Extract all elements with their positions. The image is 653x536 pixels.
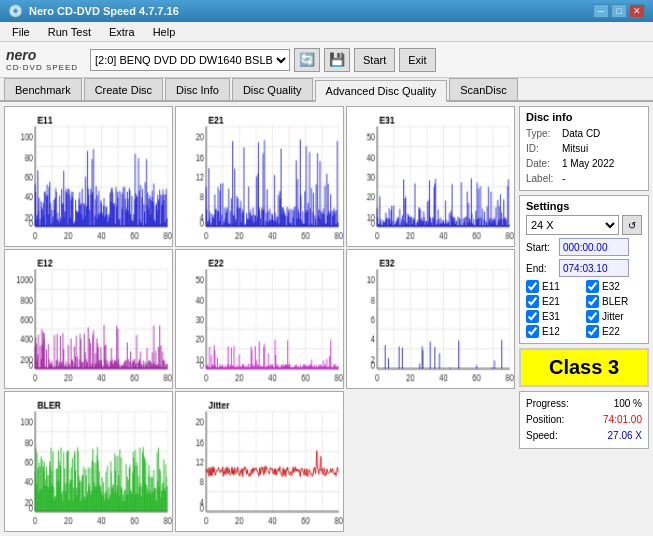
start-time-label: Start: [526,242,556,253]
side-panel: Disc info Type: Data CD ID: Mitsui Date:… [519,106,649,532]
e31-checkbox[interactable] [526,310,539,323]
title-bar: 💿 Nero CD-DVD Speed 4.7.7.16 ─ □ ✕ [0,0,653,22]
chart-bler [4,391,173,532]
date-value: 1 May 2022 [562,156,614,171]
progress-value: 100 % [614,396,642,412]
exit-button[interactable]: Exit [399,48,435,72]
save-icon-btn[interactable]: 💾 [324,48,350,72]
progress-section: Progress: 100 % Position: 74:01.00 Speed… [519,391,649,449]
class-badge: Class 3 [519,348,649,387]
menu-runtest[interactable]: Run Test [40,24,99,40]
date-label: Date: [526,156,558,171]
e21-checkbox-label[interactable]: E21 [526,295,582,308]
start-time-input[interactable]: 000:00.00 [559,238,629,256]
title-bar-controls[interactable]: ─ □ ✕ [593,4,645,18]
speed-row: 24 X Maximum 4 X 8 X 16 X 32 X ↺ [526,215,642,235]
menu-file[interactable]: File [4,24,38,40]
tab-advanced-disc-quality[interactable]: Advanced Disc Quality [315,80,448,102]
settings-title: Settings [526,200,642,212]
e22-checkbox[interactable] [586,325,599,338]
e31-checkbox-label[interactable]: E31 [526,310,582,323]
e21-checkbox[interactable] [526,295,539,308]
progress-row: Progress: 100 % [526,396,642,412]
tab-bar: Benchmark Create Disc Disc Info Disc Qua… [0,78,653,102]
tab-benchmark[interactable]: Benchmark [4,78,82,100]
start-time-row: Start: 000:00.00 [526,238,642,256]
disc-info-title: Disc info [526,111,642,123]
e32-checkbox-label[interactable]: E32 [586,280,642,293]
chart-e22 [175,249,344,390]
speed-label: Speed: [526,428,558,444]
id-label: ID: [526,141,558,156]
maximize-button[interactable]: □ [611,4,627,18]
nero-logo: nero CD·DVD SPEED [6,47,78,72]
position-row: Position: 74:01.00 [526,412,642,428]
bler-checkbox[interactable] [586,295,599,308]
progress-label: Progress: [526,396,569,412]
jitter-checkbox-label[interactable]: Jitter [586,310,642,323]
e12-checkbox-label[interactable]: E12 [526,325,582,338]
class-badge-text: Class 3 [549,356,619,378]
charts-area [4,106,515,532]
menu-help[interactable]: Help [145,24,184,40]
speed-row: Speed: 27.06 X [526,428,642,444]
settings-box: Settings 24 X Maximum 4 X 8 X 16 X 32 X … [519,195,649,344]
end-time-input[interactable]: 074:03.10 [559,259,629,277]
checkboxes-grid: E11 E32 E21 BLER E31 Jitter [526,280,642,339]
chart-e31 [346,106,515,247]
disc-id-row: ID: Mitsui [526,141,642,156]
e22-checkbox-label[interactable]: E22 [586,325,642,338]
speed-select[interactable]: 24 X Maximum 4 X 8 X 16 X 32 X [526,215,619,235]
main-content: Disc info Type: Data CD ID: Mitsui Date:… [0,102,653,536]
type-label: Type: [526,126,558,141]
disc-date-row: Date: 1 May 2022 [526,156,642,171]
e11-checkbox-label[interactable]: E11 [526,280,582,293]
label-label: Label: [526,171,558,186]
speed-refresh-icon[interactable]: ↺ [622,215,642,235]
type-value: Data CD [562,126,600,141]
chart-e12 [4,249,173,390]
disc-type-row: Type: Data CD [526,126,642,141]
label-value: - [562,171,565,186]
tab-disc-info[interactable]: Disc Info [165,78,230,100]
disc-info-box: Disc info Type: Data CD ID: Mitsui Date:… [519,106,649,191]
title-bar-left: 💿 Nero CD-DVD Speed 4.7.7.16 [8,4,179,18]
minimize-button[interactable]: ─ [593,4,609,18]
chart-e11 [4,106,173,247]
close-button[interactable]: ✕ [629,4,645,18]
chart-e21 [175,106,344,247]
position-value: 74:01.00 [603,412,642,428]
chart-jitter [175,391,344,532]
speed-value: 27.06 X [608,428,642,444]
menu-extra[interactable]: Extra [101,24,143,40]
id-value: Mitsui [562,141,588,156]
e11-checkbox[interactable] [526,280,539,293]
end-time-row: End: 074:03.10 [526,259,642,277]
e12-checkbox[interactable] [526,325,539,338]
tab-disc-quality[interactable]: Disc Quality [232,78,313,100]
chart-e32 [346,249,515,390]
position-label: Position: [526,412,564,428]
menu-bar: File Run Test Extra Help [0,22,653,42]
start-button[interactable]: Start [354,48,395,72]
toolbar: nero CD·DVD SPEED [2:0] BENQ DVD DD DW16… [0,42,653,78]
bler-checkbox-label[interactable]: BLER [586,295,642,308]
tab-create-disc[interactable]: Create Disc [84,78,163,100]
disc-label-row: Label: - [526,171,642,186]
end-time-label: End: [526,263,556,274]
jitter-checkbox[interactable] [586,310,599,323]
e32-checkbox[interactable] [586,280,599,293]
tab-scandisc[interactable]: ScanDisc [449,78,517,100]
refresh-icon-btn[interactable]: 🔄 [294,48,320,72]
drive-select[interactable]: [2:0] BENQ DVD DD DW1640 BSLB [90,49,290,71]
app-title: Nero CD-DVD Speed 4.7.7.16 [29,5,179,17]
